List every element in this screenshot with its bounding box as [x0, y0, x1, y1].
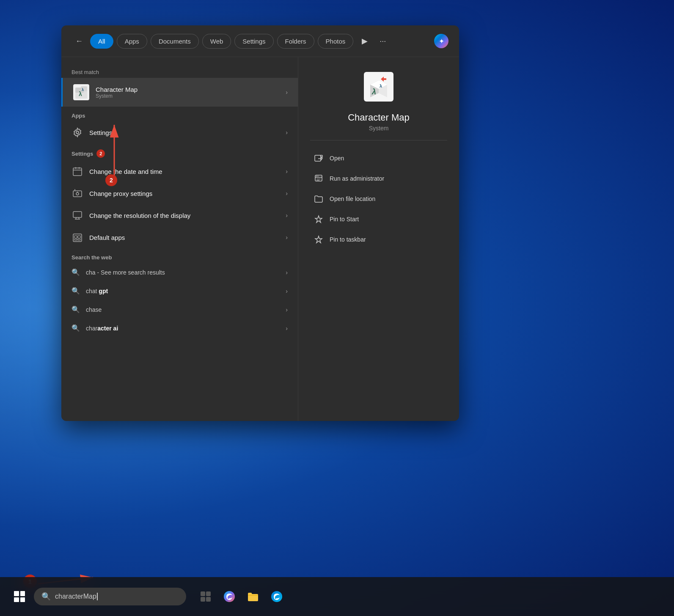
- web-search-chatgpt[interactable]: 🔍 chat gpt ›: [61, 282, 298, 300]
- windows-logo-icon: [14, 591, 25, 602]
- microsoft-edge-button[interactable]: [220, 587, 239, 606]
- svg-rect-46: [206, 591, 211, 596]
- date-time-chevron: ›: [286, 168, 288, 175]
- svg-rect-23: [78, 236, 80, 238]
- best-match-label: Best match: [61, 66, 298, 78]
- svg-text:✦: ✦: [439, 38, 444, 45]
- settings-section-label: Settings: [72, 151, 93, 157]
- default-apps-item[interactable]: Default apps ›: [61, 226, 298, 248]
- filter-apps[interactable]: Apps: [117, 34, 147, 49]
- default-apps-chevron: ›: [286, 234, 288, 241]
- action-list: Open Ru: [310, 148, 447, 250]
- proxy-text: Change proxy settings: [89, 190, 280, 197]
- svg-rect-32: [315, 155, 321, 161]
- svg-rect-24: [74, 239, 77, 240]
- main-content: Best match λ λ C: [61, 57, 459, 421]
- web-search-text-2: chat gpt: [86, 288, 280, 294]
- character-map-icon-small: λ λ: [73, 84, 90, 101]
- file-explorer-button[interactable]: [244, 587, 262, 606]
- detail-app-name: Character Map: [348, 112, 410, 123]
- best-match-name: Character Map: [96, 86, 280, 93]
- svg-point-15: [76, 192, 79, 195]
- filter-all[interactable]: All: [90, 34, 113, 49]
- copilot-icon[interactable]: ✦: [434, 33, 449, 49]
- best-match-text: Character Map System: [96, 86, 280, 99]
- svg-rect-25: [78, 239, 80, 240]
- pin-to-start-action[interactable]: Pin to Start: [310, 209, 447, 229]
- edge-browser-button[interactable]: [267, 587, 286, 606]
- divider: [310, 140, 447, 140]
- svg-rect-17: [73, 212, 82, 217]
- filter-photos[interactable]: Photos: [318, 34, 354, 49]
- svg-rect-47: [201, 597, 205, 602]
- open-file-location-action[interactable]: Open file location: [310, 189, 447, 209]
- settings-app-name: Settings: [89, 129, 280, 136]
- taskbar-search-icon: 🔍: [41, 592, 51, 601]
- left-panel: Best match λ λ C: [61, 57, 298, 421]
- pin-taskbar-icon: [314, 234, 324, 245]
- resolution-text: Change the resolution of the display: [89, 212, 280, 219]
- web-cha-chevron: ›: [286, 269, 288, 276]
- web-search-character-ai[interactable]: 🔍 character ai ›: [61, 319, 298, 338]
- settings-badge: 2: [96, 149, 105, 158]
- resolution-item[interactable]: Change the resolution of the display ›: [61, 204, 298, 226]
- filter-web[interactable]: Web: [202, 34, 231, 49]
- svg-text:λ: λ: [380, 83, 382, 88]
- web-search-label: Search the web: [61, 248, 298, 263]
- svg-rect-9: [73, 168, 82, 176]
- proxy-item[interactable]: Change proxy settings ›: [61, 182, 298, 204]
- best-match-item[interactable]: λ λ Character Map System ›: [61, 78, 298, 107]
- web-character-ai-chevron: ›: [286, 325, 288, 332]
- play-button[interactable]: ▶: [358, 33, 371, 49]
- chevron-right-icon: ›: [286, 89, 288, 96]
- taskbar: 🔍 characterMap: [0, 577, 674, 616]
- filter-settings[interactable]: Settings: [234, 34, 273, 49]
- pin-taskbar-label: Pin to taskbar: [330, 236, 366, 243]
- settings-app-text: Settings: [89, 129, 280, 136]
- web-search-text-3: chase: [86, 306, 280, 313]
- resolution-chevron: ›: [286, 212, 288, 219]
- pin-to-taskbar-action[interactable]: Pin to taskbar: [310, 229, 447, 250]
- svg-point-8: [76, 131, 79, 134]
- admin-action-label: Run as administrator: [330, 175, 384, 182]
- open-action[interactable]: Open: [310, 148, 447, 168]
- web-search-text-1: cha - See more search results: [86, 269, 280, 276]
- start-button[interactable]: [8, 586, 30, 608]
- folder-icon: [314, 194, 324, 204]
- more-button[interactable]: ···: [376, 33, 389, 49]
- web-search-icon-2: 🔍: [72, 287, 80, 295]
- task-view-button[interactable]: [196, 587, 215, 606]
- svg-point-50: [271, 591, 282, 602]
- pin-start-label: Pin to Start: [330, 216, 359, 223]
- default-apps-name: Default apps: [89, 234, 280, 241]
- desktop: ← All Apps Documents Web Settings Folder…: [0, 0, 674, 616]
- svg-point-38: [318, 176, 319, 177]
- svg-rect-45: [201, 591, 205, 596]
- web-search-chase[interactable]: 🔍 chase ›: [61, 300, 298, 319]
- proxy-icon: [72, 187, 83, 199]
- web-search-icon-4: 🔍: [72, 324, 80, 333]
- date-time-text: Change the date and time: [89, 168, 280, 175]
- open-action-label: Open: [330, 155, 344, 162]
- taskbar-search-text: characterMap: [55, 593, 179, 601]
- back-button[interactable]: ←: [72, 33, 87, 49]
- admin-icon: [314, 173, 324, 184]
- proxy-name: Change proxy settings: [89, 190, 280, 197]
- search-panel: ← All Apps Documents Web Settings Folder…: [61, 25, 459, 421]
- settings-app-item[interactable]: Settings ›: [61, 121, 298, 143]
- date-time-item[interactable]: Change the date and time ›: [61, 160, 298, 182]
- display-icon: [72, 209, 83, 221]
- filter-documents[interactable]: Documents: [151, 34, 199, 49]
- filter-bar: ← All Apps Documents Web Settings Folder…: [61, 25, 459, 57]
- file-location-label: Open file location: [330, 195, 375, 202]
- svg-text:λ: λ: [82, 88, 84, 92]
- right-panel: λ λ Character Map System: [298, 57, 459, 421]
- web-search-icon-3: 🔍: [72, 305, 80, 314]
- clock-icon: [72, 165, 83, 177]
- taskbar-search-bar[interactable]: 🔍 characterMap: [34, 588, 186, 605]
- svg-text:λ: λ: [371, 88, 376, 96]
- filter-folders[interactable]: Folders: [277, 34, 314, 49]
- web-search-cha[interactable]: 🔍 cha - See more search results ›: [61, 263, 298, 282]
- taskbar-icons: [196, 587, 286, 606]
- run-as-admin-action[interactable]: Run as administrator: [310, 168, 447, 189]
